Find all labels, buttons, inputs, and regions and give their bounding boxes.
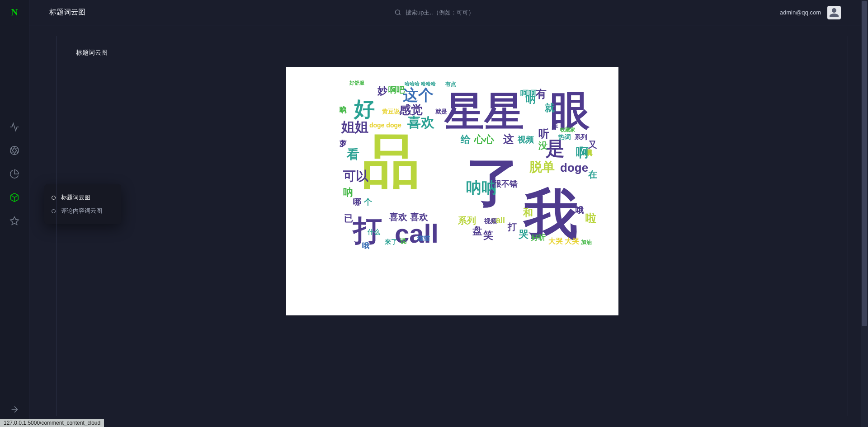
wordcloud-word: 笑	[483, 230, 493, 240]
wordcloud-word: 这	[503, 134, 514, 145]
sidebar-rail: N	[0, 0, 29, 427]
wordcloud-wrap: 星星眼了我品打call好这个感觉喜欢姐姐doge doge看可以喜欢 喜欢呐呐很…	[68, 67, 837, 315]
wordcloud-word: 个	[364, 198, 372, 206]
avatar[interactable]	[827, 6, 841, 19]
wordcloud-word: 妙	[377, 86, 387, 96]
bullet-icon	[52, 196, 56, 200]
wordcloud-word: 可以	[343, 170, 368, 183]
wordcloud-word: doge	[560, 162, 588, 174]
wordcloud-word: 喜欢	[407, 116, 434, 129]
wordcloud-word: 盘	[472, 226, 482, 236]
user-icon	[829, 7, 840, 18]
rail-icon-list	[9, 122, 19, 226]
wordcloud-word: 脱单	[529, 161, 555, 174]
wordcloud-word: 系列	[458, 216, 476, 225]
wordcloud-word: 哭	[519, 230, 528, 239]
wordcloud-word: 热词	[558, 134, 571, 140]
wordcloud-word: 加油	[581, 239, 592, 245]
wordcloud-word: 哪	[353, 198, 361, 206]
wordcloud-word: 很不错	[493, 180, 518, 188]
aperture-icon[interactable]	[9, 145, 19, 155]
wordcloud-word: 又	[588, 140, 597, 149]
wordcloud-word: 看	[347, 148, 359, 161]
wordcloud-word: 就	[545, 103, 555, 113]
wordcloud-word: 就是	[435, 108, 447, 114]
wordcloud-word: 好舒服	[349, 80, 364, 85]
wordcloud-word: 给	[461, 135, 471, 145]
card-title: 标题词云图	[76, 49, 837, 57]
wordcloud-word: 黄豆说	[382, 108, 400, 114]
wordcloud-word: 听	[538, 128, 549, 139]
wordcloud-word: 和	[523, 208, 533, 218]
star-icon[interactable]	[9, 216, 19, 226]
wordcloud-word: 猫猫	[417, 235, 430, 241]
wordcloud-word: 星星	[444, 92, 524, 131]
page-title: 标题词云图	[49, 8, 85, 17]
scrollbar-thumb[interactable]	[862, 1, 867, 326]
wordcloud-word: 呵呵	[520, 89, 537, 98]
search-input[interactable]	[406, 9, 496, 16]
search-icon	[394, 9, 401, 16]
svg-point-10	[395, 10, 400, 14]
wordcloud-word: 好	[354, 99, 375, 119]
wordcloud-word: 啊吧	[388, 86, 405, 94]
wordcloud-word: 呐呐	[466, 180, 497, 195]
wordcloud-word: 来了	[385, 239, 397, 245]
wordcloud-word: 有点	[445, 81, 456, 87]
wordcloud-word: 心心	[474, 135, 494, 145]
wordcloud-word: 眼	[550, 91, 590, 131]
box-icon[interactable]	[9, 192, 19, 202]
svg-line-11	[399, 14, 400, 15]
arrow-right-icon[interactable]	[9, 404, 19, 414]
scrollbar-track[interactable]	[861, 0, 868, 427]
wordcloud-word: 收藏家	[560, 127, 575, 132]
wordcloud-word: 系列	[575, 134, 587, 140]
wordcloud-word: 姐姐	[341, 120, 368, 134]
bullet-icon	[52, 209, 56, 213]
wordcloud-word: 是	[546, 139, 565, 158]
wordcloud-word: doge doge	[369, 122, 401, 128]
wordcloud-word: 好听	[531, 234, 546, 241]
wordcloud-canvas: 星星眼了我品打call好这个感觉喜欢姐姐doge doge看可以喜欢 喜欢呐呐很…	[286, 67, 618, 315]
user-area[interactable]: admin@qq.com	[780, 6, 841, 19]
wordcloud-word: 品	[362, 132, 420, 190]
wordcloud-word: 在	[588, 170, 597, 179]
pie-chart-icon[interactable]	[9, 169, 19, 179]
brand-logo[interactable]: N	[11, 6, 18, 18]
search-box[interactable]	[394, 9, 496, 16]
wordcloud-word: 视频	[484, 218, 497, 224]
svg-marker-8	[10, 217, 19, 225]
wordcloud-word: 打	[508, 222, 517, 231]
user-email: admin@qq.com	[780, 9, 821, 16]
wordcloud-word: 视频	[518, 136, 534, 144]
wordcloud-word: 哈哈哈 哈哈哈	[405, 81, 436, 86]
wordcloud-word: 没	[538, 141, 547, 150]
activity-icon[interactable]	[9, 122, 19, 132]
wordcloud-word: 什么	[368, 229, 380, 235]
status-bar: 127.0.0.1:5000/comment_content_cloud	[0, 419, 104, 427]
wordcloud-word: 感觉	[399, 104, 423, 116]
wordcloud-word: 说	[400, 238, 406, 244]
wordcloud-word: 大哭 大哭	[548, 238, 579, 245]
wordcloud-word: 这个	[403, 87, 434, 103]
content-card: 标题词云图 星星眼了我品打call好这个感觉喜欢姐姐doge doge看可以喜欢…	[57, 36, 848, 416]
topbar: 标题词云图 admin@qq.com	[29, 0, 861, 25]
wordcloud-word: 有	[536, 89, 547, 99]
wordcloud-word: 喜欢 喜欢	[389, 212, 428, 221]
